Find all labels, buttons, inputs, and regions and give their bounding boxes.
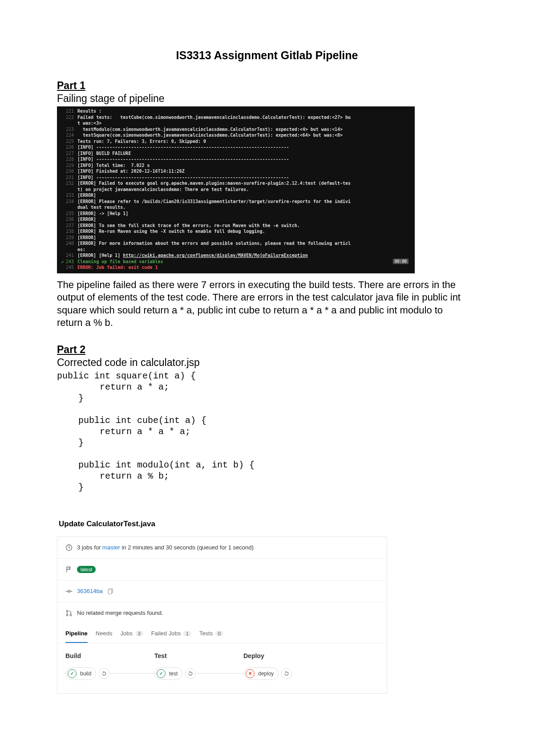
svg-point-6 [66, 610, 68, 612]
pipeline-job[interactable]: ✕deploy [243, 667, 279, 680]
terminal-line: 230[INFO] Finished at: 2020-12-16T14:11:… [60, 168, 412, 175]
tab-pipeline[interactable]: Pipeline [65, 630, 88, 643]
job-label: deploy [258, 671, 274, 677]
terminal-line: 240[ERROR] For more information about th… [60, 240, 412, 247]
document-page: IS3313 Assignment Gitlab Pipeline Part 1… [0, 0, 534, 756]
terminal-line: 234[ERROR] Please refer to /builds/Cian2… [60, 199, 412, 205]
stage-name: Build [65, 652, 154, 659]
svg-point-7 [66, 614, 68, 616]
stage-name: Test [154, 652, 243, 659]
terminal-link[interactable]: http://cwiki.apache.org/confluence/displ… [123, 253, 307, 258]
check-icon: ✓ [68, 669, 77, 678]
tab-tests[interactable]: Tests 0 [199, 630, 223, 643]
pipeline-job[interactable]: ✓build [65, 667, 96, 680]
terminal-line: 236[ERROR] [60, 216, 412, 223]
svg-point-1 [68, 590, 70, 592]
terminal-line: 235[ERROR] -> [Help 1] [60, 211, 412, 217]
terminal-line: 224 testSquare(com.simonwoodworth.javama… [60, 132, 412, 138]
gitlab-mr-row: No related merge requests found. [57, 602, 387, 624]
terminal-line: 228[INFO] ------------------------------… [60, 156, 412, 163]
terminal-line: t was:<3> [60, 120, 412, 126]
mr-text: No related merge requests found. [77, 610, 163, 616]
part1-paragraph: The pipeline failed as there were 7 erro… [57, 279, 471, 329]
terminal-line: 225Tests run: 7, Failures: 3, Errors: 0,… [60, 138, 412, 145]
gitlab-card-title: Update CalculatorTest.java [59, 520, 477, 528]
terminal-line: ✔243Cleaning up file based variables00:0… [60, 259, 412, 265]
gitlab-tabs: Pipeline Needs Jobs 3 Failed Jobs 1 Test… [57, 624, 387, 643]
terminal-line: 237[ERROR] To see the full stack trace o… [60, 223, 412, 229]
gitlab-tags-row: latest [57, 559, 387, 581]
terminal-line: 239[ERROR] [60, 235, 412, 241]
pipeline-stage: Test✓test [154, 652, 243, 680]
stage-connector [109, 673, 154, 674]
tab-jobs[interactable]: Jobs 3 [120, 630, 143, 643]
part2-subheading: Corrected code in calculator.jsp [57, 357, 477, 369]
retry-icon[interactable] [185, 668, 196, 679]
gitlab-stages: Build✓buildTest✓testDeploy✕deploy [57, 643, 387, 693]
terminal-line: 227[INFO] BUILD FAILURE [60, 150, 412, 157]
svg-rect-5 [108, 589, 112, 594]
check-icon: ✓ [157, 669, 166, 678]
svg-point-8 [70, 614, 72, 616]
gitlab-summary-row: 3 jobs for master in 2 minutes and 30 se… [57, 537, 387, 559]
page-title: IS3313 Assignment Gitlab Pipeline [57, 49, 477, 62]
terminal-line: 232[ERROR] Failed to execute goal org.ap… [60, 180, 412, 187]
stage-name: Deploy [243, 652, 332, 659]
terminal-line: t) on project javamavencalcinclassdemo: … [60, 187, 412, 193]
terminal-line: 241[ERROR] [Help 1] http://cwiki.apache.… [60, 252, 412, 259]
latest-badge: latest [77, 566, 96, 573]
summary-text: 3 jobs for master in 2 minutes and 30 se… [77, 544, 254, 551]
pipeline-stage: Deploy✕deploy [243, 652, 332, 680]
terminal-line: 245ERROR: Job failed: exit code 1 [60, 264, 412, 271]
copy-icon[interactable] [107, 588, 114, 595]
terminal-line: 226[INFO] ------------------------------… [60, 144, 412, 150]
commit-icon [65, 588, 73, 595]
commit-sha-link[interactable]: 363614ba [77, 588, 103, 594]
terminal-output: 221Results :222Failed tests: testCube(co… [57, 106, 415, 273]
part1-heading: Part 1 [57, 80, 477, 92]
gitlab-pipeline-card: 3 jobs for master in 2 minutes and 30 se… [57, 537, 387, 694]
retry-icon[interactable] [99, 668, 109, 679]
retry-icon[interactable] [281, 668, 292, 679]
stage-connector [196, 673, 243, 674]
terminal-line: 238[ERROR] Re-run Maven using the -X swi… [60, 228, 412, 235]
branch-link[interactable]: master [102, 544, 120, 551]
terminal-line: es: [60, 247, 412, 253]
part1-subheading: Failing stage of pipeline [57, 93, 477, 105]
clock-icon [65, 544, 73, 551]
job-label: build [80, 671, 91, 677]
terminal-line: 231[INFO] ------------------------------… [60, 175, 412, 181]
pipeline-stage: Build✓build [65, 652, 154, 680]
terminal-line: 233[ERROR] [60, 192, 412, 199]
terminal-line: 222Failed tests: testCube(com.simonwoodw… [60, 114, 412, 121]
job-label: test [169, 671, 178, 677]
tab-failed-jobs[interactable]: Failed Jobs 1 [151, 630, 191, 643]
tab-needs[interactable]: Needs [96, 630, 113, 643]
flag-icon [65, 566, 73, 573]
terminal-line: 229[INFO] Total time: 7.022 s [60, 163, 412, 169]
corrected-code: public int square(int a) { return a * a;… [57, 370, 477, 493]
part2-heading: Part 2 [57, 344, 477, 356]
terminal-timer: 00:00 [393, 259, 409, 264]
gitlab-commit-row: 363614ba [57, 581, 387, 602]
pipeline-job[interactable]: ✓test [154, 667, 182, 680]
terminal-line: 223 testModulo(com.simonwoodworth.javama… [60, 126, 412, 133]
merge-request-icon [65, 610, 73, 617]
terminal-line: 221Results : [60, 108, 412, 114]
x-icon: ✕ [246, 669, 255, 678]
terminal-line: dual test results. [60, 204, 412, 211]
